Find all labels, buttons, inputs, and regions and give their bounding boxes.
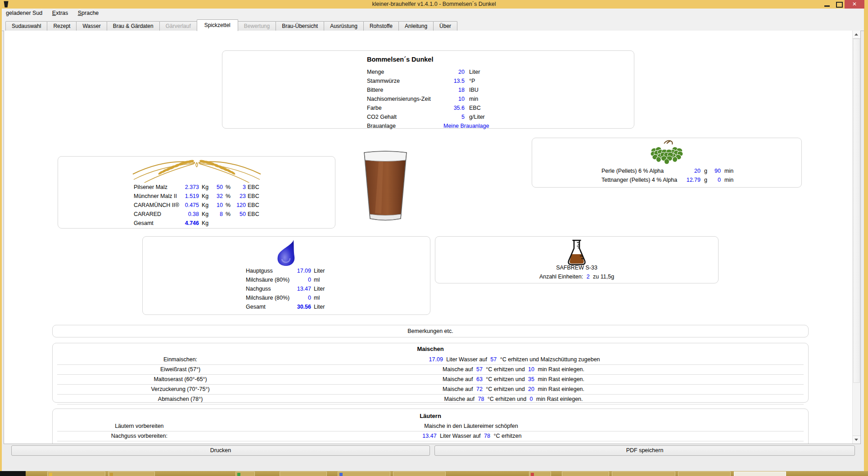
arrow-up-icon (854, 33, 858, 36)
hop-row: Tettnanger (Pellets) 4 % Alpha12.79g0min (601, 175, 733, 184)
start-button[interactable] (0, 471, 26, 476)
print-button[interactable]: Drucken (11, 445, 430, 456)
scrollbar-up-button[interactable] (853, 31, 860, 39)
application-window: kleiner-brauhelfer v1.4.1.0 - Bommelsen´… (0, 0, 868, 476)
taskbar-button[interactable] (612, 472, 675, 476)
taskbar-button[interactable] (47, 472, 105, 476)
tab-ueber[interactable]: Über (433, 21, 457, 31)
close-button[interactable]: ✕ (845, 0, 864, 9)
water-row: Milchsäure (80%)0ml (246, 293, 325, 302)
pdf-save-button[interactable]: PDF speichern (434, 445, 855, 456)
tab-anleitung[interactable]: Anleitung (398, 21, 434, 31)
taskbar-app-icon (110, 473, 113, 476)
maximize-icon (836, 2, 843, 8)
tab-rezept[interactable]: Rezept (47, 21, 77, 31)
lautern-row: Läutern vorbereitenMaische in den Läuter… (57, 422, 804, 431)
menubar: geladener Sud Extras Sprache (2, 9, 864, 19)
close-icon: ✕ (852, 1, 857, 7)
taskbar-button[interactable] (393, 472, 446, 476)
titlebar[interactable]: kleiner-brauhelfer v1.4.1.0 - Bommelsen´… (0, 0, 868, 9)
water-row: Hauptguss17.09Liter (246, 266, 325, 275)
tab-spickzettel[interactable]: Spickzettel (197, 19, 238, 31)
scrollbar-thumb[interactable] (853, 39, 860, 383)
spickzettel-page: Bommelsen´s Dunkel Menge20Liter Stammwür… (4, 31, 861, 444)
lautern-note: Nach etwa 10 - 20 min Wartezeit solange … (57, 441, 804, 444)
water-row: Nachguss13.47Liter (246, 284, 325, 293)
window-border-right (864, 0, 868, 471)
malt-row: CARAMÜNCH II®0.475Kg10%120EBC (134, 201, 259, 210)
taskbar-button-active[interactable] (734, 472, 786, 476)
vertical-scrollbar[interactable] (852, 31, 860, 444)
menu-extras[interactable]: Extras (48, 9, 72, 18)
tab-brau-gaerdaten[interactable]: Brau & Gärdaten (107, 21, 160, 31)
recipe-row: Bittere18IBU (367, 85, 489, 94)
water-row: Milchsäure (80%)0ml (246, 275, 325, 284)
tab-gaerverlauf: Gärverlauf (159, 21, 197, 31)
recipe-title: Bommelsen´s Dunkel (367, 56, 433, 63)
yeast-units: Anzahl Einheiten: 2 zu 11,5g (435, 274, 718, 280)
taskbar-button[interactable] (529, 472, 551, 476)
taskbar-button[interactable] (108, 472, 155, 476)
recipe-row: Farbe35.6EBC (367, 103, 489, 112)
notes-title: Bemerkungen etc. (407, 328, 453, 334)
recipe-row: CO2 Gehalt5g/Liter (367, 112, 489, 121)
taskbar-button[interactable] (235, 472, 255, 476)
minimize-button[interactable] (822, 0, 833, 9)
taskbar[interactable] (0, 471, 868, 476)
maischen-row: Abmaischen (78°)Maische auf 78 °C erhitz… (57, 395, 804, 404)
taskbar-button[interactable] (678, 472, 731, 476)
menu-sprache[interactable]: Sprache (74, 9, 103, 18)
malt-row: Pilsener Malz2.373Kg50%3EBC (134, 183, 259, 192)
hops-panel: Perle (Pellets) 6 % Alpha20g90min Tettna… (532, 138, 802, 188)
tab-wasser[interactable]: Wasser (76, 21, 107, 31)
flask-icon (566, 239, 587, 266)
maischen-panel: Maischen Einmaischen:17.09 Liter Wasser … (52, 343, 809, 403)
maischen-title: Maischen (53, 346, 808, 352)
malt-row: Münchner Malz II1.519Kg32%23EBC (134, 192, 259, 201)
yeast-panel: SAFBREW S-33 Anzahl Einheiten: 2 zu 11,5… (435, 236, 719, 283)
taskbar-button[interactable] (280, 472, 327, 476)
tab-brau-uebersicht[interactable]: Brau-Übersicht (276, 21, 324, 31)
scrollbar-down-button[interactable] (853, 436, 860, 444)
taskbar-app-icon (49, 473, 52, 476)
malt-total-row: Gesamt4.746Kg (134, 219, 259, 228)
minimize-icon (824, 5, 830, 7)
tab-rohstoffe[interactable]: Rohstoffe (363, 21, 399, 31)
recipe-row: Nachisomerisierungs-Zeit10min (367, 94, 489, 103)
recipe-row: Stammwürze13.5°P (367, 76, 489, 85)
tab-ausruestung[interactable]: Ausrüstung (324, 21, 364, 31)
maximize-button[interactable] (834, 0, 845, 9)
window-title: kleiner-brauhelfer v1.4.1.0 - Bommelsen´… (0, 1, 868, 7)
lautern-panel: Läutern Läutern vorbereitenMaische in de… (52, 409, 809, 444)
arrow-down-icon (854, 439, 858, 441)
window-border-left (0, 0, 2, 471)
lautern-title: Läutern (53, 413, 808, 419)
maischen-row: Verzuckerung (70°-75°)Maische auf 72 °C … (57, 385, 804, 395)
water-panel: Hauptguss17.09Liter Milchsäure (80%)0ml … (142, 236, 430, 315)
notes-bar: Bemerkungen etc. (52, 325, 809, 337)
beer-glass-image (361, 148, 410, 225)
taskbar-app-icon (237, 473, 240, 476)
taskbar-button[interactable] (338, 472, 390, 476)
taskbar-app-icon (531, 473, 534, 476)
menu-geladener-sud[interactable]: geladener Sud (2, 9, 46, 18)
malt-panel: Pilsener Malz2.373Kg50%3EBC Münchner Mal… (58, 156, 335, 229)
tab-bewertung: Bewertung (238, 21, 276, 31)
tab-sudauswahl[interactable]: Sudauswahl (5, 21, 47, 31)
malt-row: CARARED0.38Kg8%50EBC (134, 210, 259, 219)
taskbar-app-icon (339, 473, 343, 476)
brauanlage-value: Meine Brauanlage (443, 121, 489, 130)
yeast-name: SAFBREW S-33 (435, 265, 718, 271)
hops-icon (643, 140, 690, 165)
maischen-row: Maltoserast (60°-65°)Maische auf 63 °C e… (57, 375, 804, 385)
water-total-row: Gesamt30.56Liter (246, 302, 325, 311)
wheat-icon (131, 158, 262, 183)
water-drop-icon (275, 239, 298, 266)
hop-row: Perle (Pellets) 6 % Alpha20g90min (601, 166, 733, 175)
recipe-row-brauanlage: BrauanlageMeine Brauanlage (367, 121, 489, 130)
maischen-row: Eiweißrast (57°)Maische auf 57 °C erhitz… (57, 365, 804, 375)
taskbar-button[interactable] (562, 472, 609, 476)
maischen-row: Einmaischen:17.09 Liter Wasser auf 57 °C… (57, 355, 804, 365)
lautern-row: Nachguss vorbereiten:13.47 Liter Wasser … (57, 431, 804, 441)
recipe-row: Menge20Liter (367, 67, 489, 76)
